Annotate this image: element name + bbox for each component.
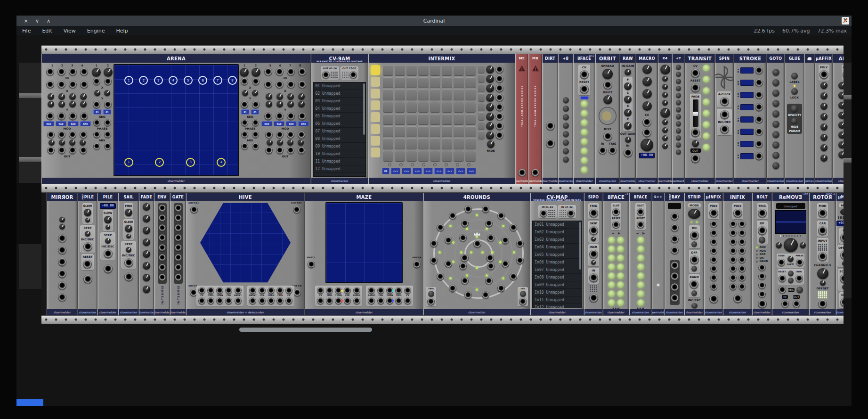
- jack[interactable]: [175, 274, 182, 281]
- jack[interactable]: [691, 83, 700, 92]
- matrix-pad[interactable]: [406, 102, 417, 113]
- jack[interactable]: [159, 224, 166, 231]
- scene-button[interactable]: [371, 65, 380, 75]
- jack[interactable]: [57, 112, 65, 120]
- knob[interactable]: [298, 101, 305, 107]
- knob[interactable]: [838, 92, 844, 99]
- button[interactable]: [608, 281, 615, 288]
- button[interactable]: [617, 246, 624, 253]
- jack[interactable]: [298, 112, 306, 120]
- button[interactable]: [703, 99, 710, 106]
- jack[interactable]: [755, 103, 763, 111]
- mapping-slot[interactable]: 06 Unmapped: [314, 120, 366, 128]
- mapping-slot[interactable]: In07 Unmapped: [533, 266, 581, 274]
- mapping-slot[interactable]: 07 Unmapped: [314, 128, 366, 135]
- knob[interactable]: [817, 268, 828, 279]
- button[interactable]: [840, 209, 844, 215]
- maze-display-screen[interactable]: [325, 202, 403, 283]
- button[interactable]: [608, 272, 615, 279]
- jack[interactable]: [207, 287, 214, 294]
- mapping-slot[interactable]: In05 Unmapped: [533, 251, 581, 259]
- jack[interactable]: [264, 68, 272, 76]
- button[interactable]: [703, 121, 710, 128]
- jack[interactable]: [459, 234, 467, 242]
- matrix-pad[interactable]: [418, 139, 429, 149]
- jack[interactable]: [268, 297, 275, 304]
- list-scrollbar[interactable]: [363, 83, 365, 135]
- jack[interactable]: [276, 112, 284, 120]
- jack[interactable]: [216, 287, 223, 294]
- button[interactable]: [637, 263, 644, 271]
- jack[interactable]: [637, 208, 644, 216]
- jack[interactable]: [293, 206, 300, 214]
- matrix-pad[interactable]: [465, 65, 476, 76]
- matrix-pad[interactable]: [383, 114, 393, 125]
- jack[interactable]: [175, 234, 182, 241]
- jack[interactable]: [637, 221, 644, 229]
- jack[interactable]: [738, 265, 746, 272]
- button[interactable]: [691, 303, 698, 308]
- fade-slider[interactable]: [693, 99, 698, 127]
- jack[interactable]: [518, 169, 526, 177]
- knob[interactable]: [838, 102, 844, 109]
- mapping-slot[interactable]: In02 Unmapped: [533, 229, 581, 236]
- jack[interactable]: [259, 297, 266, 304]
- button[interactable]: [676, 93, 681, 98]
- jack[interactable]: [344, 287, 351, 294]
- jack[interactable]: [264, 81, 272, 89]
- mix-point-2[interactable]: 2: [155, 158, 164, 167]
- jack[interactable]: [46, 81, 54, 89]
- jack[interactable]: [93, 143, 100, 150]
- jack[interactable]: [720, 97, 729, 106]
- row-pad[interactable]: [478, 93, 485, 102]
- jack[interactable]: [495, 131, 503, 140]
- jack[interactable]: [445, 260, 452, 268]
- knob[interactable]: [287, 101, 294, 107]
- knob[interactable]: [662, 84, 668, 90]
- jack[interactable]: [159, 254, 166, 261]
- matrix-pad[interactable]: [442, 151, 452, 162]
- button[interactable]: [676, 114, 681, 119]
- jack[interactable]: [840, 298, 844, 307]
- button[interactable]: [703, 110, 710, 117]
- jack[interactable]: [124, 272, 133, 281]
- matrix-pad[interactable]: [395, 90, 405, 100]
- mapping-list[interactable]: In01 UnmappedIn02 UnmappedIn03 UnmappedI…: [532, 221, 582, 308]
- knob[interactable]: [486, 94, 494, 102]
- knob[interactable]: [820, 155, 827, 162]
- jack[interactable]: [516, 257, 524, 264]
- jack[interactable]: [413, 261, 421, 268]
- button[interactable]: [581, 100, 588, 107]
- matrix-pad[interactable]: [383, 151, 393, 162]
- jack[interactable]: [546, 122, 555, 131]
- jack[interactable]: [58, 234, 66, 243]
- jack[interactable]: [758, 300, 767, 308]
- mapping-display[interactable]: Unmapped: [776, 203, 805, 209]
- jack[interactable]: [733, 294, 742, 303]
- knob[interactable]: [240, 68, 249, 77]
- knob[interactable]: [838, 141, 844, 148]
- jack[interactable]: [404, 297, 411, 304]
- jack[interactable]: [58, 258, 66, 266]
- matrix-pad[interactable]: [430, 77, 440, 88]
- button[interactable]: [676, 86, 681, 91]
- jack[interactable]: [608, 147, 617, 155]
- jack[interactable]: [69, 131, 76, 139]
- jack[interactable]: [755, 152, 763, 160]
- knob[interactable]: [143, 238, 150, 246]
- knob[interactable]: [603, 95, 612, 104]
- knob[interactable]: [591, 237, 596, 241]
- jack[interactable]: [241, 143, 248, 150]
- jack[interactable]: [285, 297, 292, 304]
- jack[interactable]: [326, 287, 333, 294]
- button[interactable]: [772, 121, 779, 128]
- button[interactable]: [608, 255, 615, 262]
- jack[interactable]: [758, 291, 766, 298]
- rad-mode-button[interactable]: RAD: [56, 121, 66, 126]
- jack[interactable]: [287, 112, 295, 120]
- jack[interactable]: [235, 297, 242, 304]
- knob[interactable]: [662, 143, 668, 149]
- crossfade-button[interactable]: <->: [434, 168, 444, 174]
- button[interactable]: [637, 246, 644, 253]
- knob[interactable]: [69, 93, 76, 100]
